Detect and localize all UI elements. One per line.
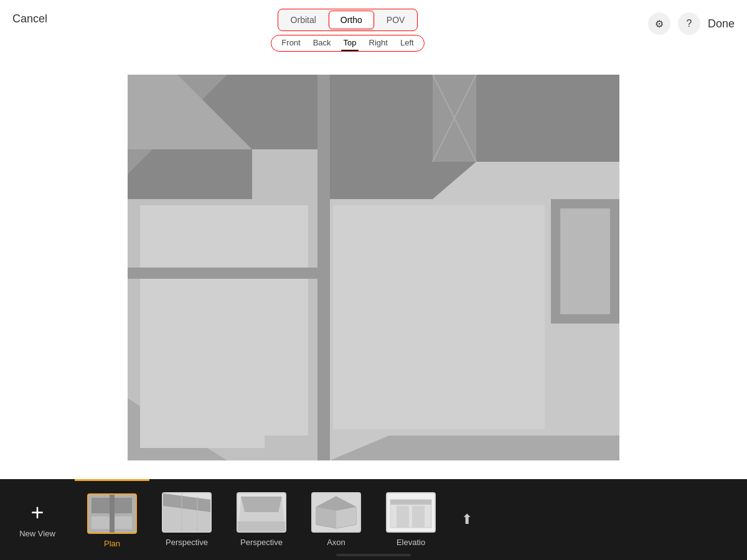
elevation-thumbnail	[386, 492, 436, 533]
toolbar-item-perspective1[interactable]: Perspective	[149, 479, 224, 560]
svg-rect-43	[397, 506, 409, 528]
perspective2-label: Perspective	[240, 538, 283, 547]
svg-marker-34	[241, 497, 282, 512]
toolbar-item-plan[interactable]: Plan	[75, 479, 149, 560]
svg-rect-26	[110, 495, 115, 533]
done-button[interactable]: Done	[708, 17, 735, 30]
sub-tabs: Front Back Top Right Left	[271, 35, 424, 52]
view-mode-tabs: Orbital Ortho POV	[278, 9, 418, 31]
share-icon: ⬆	[461, 511, 472, 528]
plan-thumbnail	[87, 493, 137, 534]
floorplan-container	[128, 75, 619, 460]
svg-rect-16	[140, 205, 308, 448]
subtab-back[interactable]: Back	[313, 38, 331, 49]
gear-icon: ⚙	[655, 18, 664, 30]
perspective1-thumbnail	[162, 492, 212, 533]
toolbar-item-new-view[interactable]: + New View	[0, 479, 75, 560]
svg-rect-44	[412, 506, 425, 528]
subtab-front[interactable]: Front	[281, 38, 300, 49]
svg-rect-45	[390, 500, 431, 505]
subtab-right[interactable]: Right	[369, 38, 388, 49]
bottom-bar	[336, 554, 411, 556]
center-controls: Orbital Ortho POV Front Back Top Right L…	[271, 0, 424, 52]
toolbar-item-axon[interactable]: Axon	[299, 479, 374, 560]
new-view-label: New View	[19, 529, 55, 538]
subtab-left[interactable]: Left	[400, 38, 414, 49]
svg-rect-23	[113, 498, 132, 513]
svg-rect-18	[128, 268, 321, 279]
help-button[interactable]: ?	[678, 12, 700, 35]
toolbar-item-perspective2[interactable]: Perspective	[224, 479, 299, 560]
tab-orbital[interactable]: Orbital	[280, 11, 327, 29]
cancel-button[interactable]: Cancel	[12, 0, 47, 38]
tab-ortho[interactable]: Ortho	[329, 11, 374, 29]
axon-label: Axon	[327, 538, 345, 547]
question-icon: ?	[687, 18, 692, 29]
perspective1-label: Perspective	[166, 538, 208, 547]
subtab-top[interactable]: Top	[344, 38, 357, 49]
svg-rect-19	[265, 436, 314, 460]
svg-rect-22	[92, 498, 110, 513]
plus-icon: +	[31, 502, 44, 524]
svg-rect-12	[560, 208, 610, 314]
viewport[interactable]	[0, 56, 747, 479]
toolbar-item-elevation[interactable]: Elevatio	[374, 479, 448, 560]
floorplan-svg	[128, 75, 619, 460]
bottom-toolbar: + New View Plan Persp	[0, 479, 747, 560]
tab-pov[interactable]: POV	[375, 11, 416, 29]
share-button[interactable]: ⬆	[448, 479, 486, 560]
svg-rect-24	[92, 516, 110, 529]
axon-thumbnail	[311, 492, 361, 533]
elevation-label: Elevatio	[397, 538, 425, 547]
svg-rect-17	[333, 205, 545, 429]
header: Cancel Orbital Ortho POV Front Back Top …	[0, 0, 747, 56]
svg-rect-25	[113, 516, 132, 529]
settings-button[interactable]: ⚙	[648, 12, 670, 35]
right-controls: ⚙ ? Done	[648, 0, 735, 35]
svg-rect-35	[238, 521, 285, 531]
plan-label: Plan	[104, 539, 120, 548]
svg-marker-7	[476, 75, 619, 162]
perspective2-thumbnail	[237, 492, 286, 533]
